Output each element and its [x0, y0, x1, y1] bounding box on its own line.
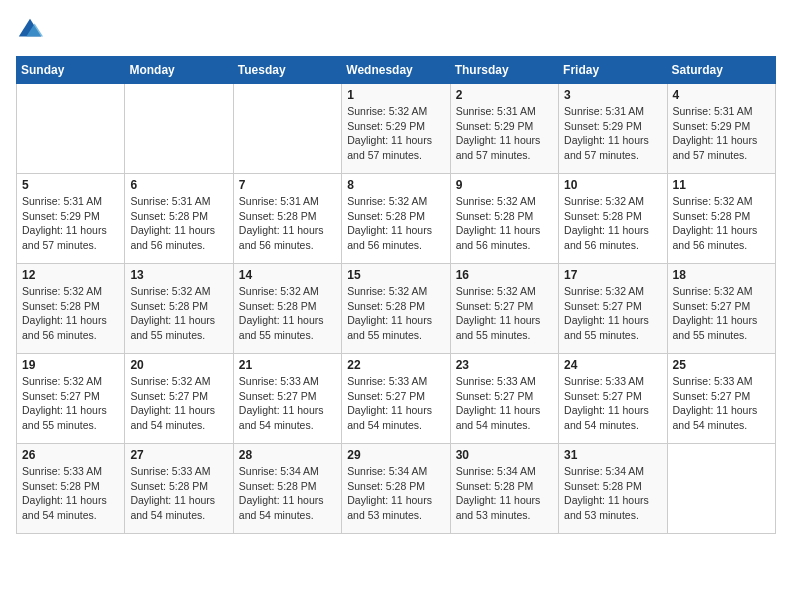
day-header-saturday: Saturday	[667, 57, 775, 84]
calendar-cell: 15Sunrise: 5:32 AM Sunset: 5:28 PM Dayli…	[342, 264, 450, 354]
day-number: 2	[456, 88, 553, 102]
calendar-cell: 29Sunrise: 5:34 AM Sunset: 5:28 PM Dayli…	[342, 444, 450, 534]
day-number: 25	[673, 358, 770, 372]
calendar-cell: 21Sunrise: 5:33 AM Sunset: 5:27 PM Dayli…	[233, 354, 341, 444]
day-header-monday: Monday	[125, 57, 233, 84]
cell-content: Sunrise: 5:31 AM Sunset: 5:29 PM Dayligh…	[456, 104, 553, 163]
day-number: 29	[347, 448, 444, 462]
calendar-cell: 8Sunrise: 5:32 AM Sunset: 5:28 PM Daylig…	[342, 174, 450, 264]
calendar-week-row: 19Sunrise: 5:32 AM Sunset: 5:27 PM Dayli…	[17, 354, 776, 444]
cell-content: Sunrise: 5:32 AM Sunset: 5:27 PM Dayligh…	[22, 374, 119, 433]
calendar-cell: 26Sunrise: 5:33 AM Sunset: 5:28 PM Dayli…	[17, 444, 125, 534]
day-number: 27	[130, 448, 227, 462]
day-header-thursday: Thursday	[450, 57, 558, 84]
cell-content: Sunrise: 5:33 AM Sunset: 5:27 PM Dayligh…	[456, 374, 553, 433]
day-number: 14	[239, 268, 336, 282]
calendar-cell: 16Sunrise: 5:32 AM Sunset: 5:27 PM Dayli…	[450, 264, 558, 354]
day-header-tuesday: Tuesday	[233, 57, 341, 84]
day-number: 31	[564, 448, 661, 462]
day-number: 18	[673, 268, 770, 282]
cell-content: Sunrise: 5:32 AM Sunset: 5:28 PM Dayligh…	[347, 194, 444, 253]
calendar-cell: 10Sunrise: 5:32 AM Sunset: 5:28 PM Dayli…	[559, 174, 667, 264]
day-number: 3	[564, 88, 661, 102]
day-number: 26	[22, 448, 119, 462]
cell-content: Sunrise: 5:34 AM Sunset: 5:28 PM Dayligh…	[564, 464, 661, 523]
day-number: 9	[456, 178, 553, 192]
cell-content: Sunrise: 5:34 AM Sunset: 5:28 PM Dayligh…	[347, 464, 444, 523]
day-number: 4	[673, 88, 770, 102]
calendar-cell: 20Sunrise: 5:32 AM Sunset: 5:27 PM Dayli…	[125, 354, 233, 444]
calendar-cell	[125, 84, 233, 174]
cell-content: Sunrise: 5:31 AM Sunset: 5:28 PM Dayligh…	[239, 194, 336, 253]
day-number: 6	[130, 178, 227, 192]
calendar-cell: 7Sunrise: 5:31 AM Sunset: 5:28 PM Daylig…	[233, 174, 341, 264]
cell-content: Sunrise: 5:32 AM Sunset: 5:28 PM Dayligh…	[22, 284, 119, 343]
day-number: 1	[347, 88, 444, 102]
day-number: 13	[130, 268, 227, 282]
day-number: 23	[456, 358, 553, 372]
day-number: 16	[456, 268, 553, 282]
day-number: 7	[239, 178, 336, 192]
cell-content: Sunrise: 5:32 AM Sunset: 5:27 PM Dayligh…	[130, 374, 227, 433]
cell-content: Sunrise: 5:32 AM Sunset: 5:28 PM Dayligh…	[456, 194, 553, 253]
calendar-cell: 24Sunrise: 5:33 AM Sunset: 5:27 PM Dayli…	[559, 354, 667, 444]
cell-content: Sunrise: 5:31 AM Sunset: 5:28 PM Dayligh…	[130, 194, 227, 253]
cell-content: Sunrise: 5:31 AM Sunset: 5:29 PM Dayligh…	[22, 194, 119, 253]
day-number: 30	[456, 448, 553, 462]
calendar-cell: 6Sunrise: 5:31 AM Sunset: 5:28 PM Daylig…	[125, 174, 233, 264]
day-number: 19	[22, 358, 119, 372]
cell-content: Sunrise: 5:33 AM Sunset: 5:27 PM Dayligh…	[673, 374, 770, 433]
calendar-cell: 13Sunrise: 5:32 AM Sunset: 5:28 PM Dayli…	[125, 264, 233, 354]
calendar-cell: 28Sunrise: 5:34 AM Sunset: 5:28 PM Dayli…	[233, 444, 341, 534]
calendar-table: SundayMondayTuesdayWednesdayThursdayFrid…	[16, 56, 776, 534]
cell-content: Sunrise: 5:32 AM Sunset: 5:28 PM Dayligh…	[239, 284, 336, 343]
day-number: 28	[239, 448, 336, 462]
day-number: 10	[564, 178, 661, 192]
cell-content: Sunrise: 5:32 AM Sunset: 5:29 PM Dayligh…	[347, 104, 444, 163]
logo	[16, 16, 48, 44]
calendar-cell: 2Sunrise: 5:31 AM Sunset: 5:29 PM Daylig…	[450, 84, 558, 174]
calendar-week-row: 12Sunrise: 5:32 AM Sunset: 5:28 PM Dayli…	[17, 264, 776, 354]
cell-content: Sunrise: 5:34 AM Sunset: 5:28 PM Dayligh…	[456, 464, 553, 523]
day-header-wednesday: Wednesday	[342, 57, 450, 84]
calendar-cell: 31Sunrise: 5:34 AM Sunset: 5:28 PM Dayli…	[559, 444, 667, 534]
logo-icon	[16, 16, 44, 44]
calendar-cell: 19Sunrise: 5:32 AM Sunset: 5:27 PM Dayli…	[17, 354, 125, 444]
day-number: 5	[22, 178, 119, 192]
calendar-header-row: SundayMondayTuesdayWednesdayThursdayFrid…	[17, 57, 776, 84]
day-number: 20	[130, 358, 227, 372]
cell-content: Sunrise: 5:32 AM Sunset: 5:28 PM Dayligh…	[564, 194, 661, 253]
cell-content: Sunrise: 5:32 AM Sunset: 5:28 PM Dayligh…	[347, 284, 444, 343]
day-header-sunday: Sunday	[17, 57, 125, 84]
calendar-cell	[667, 444, 775, 534]
calendar-cell: 23Sunrise: 5:33 AM Sunset: 5:27 PM Dayli…	[450, 354, 558, 444]
calendar-cell: 27Sunrise: 5:33 AM Sunset: 5:28 PM Dayli…	[125, 444, 233, 534]
calendar-cell: 4Sunrise: 5:31 AM Sunset: 5:29 PM Daylig…	[667, 84, 775, 174]
calendar-cell: 14Sunrise: 5:32 AM Sunset: 5:28 PM Dayli…	[233, 264, 341, 354]
day-number: 12	[22, 268, 119, 282]
calendar-cell: 22Sunrise: 5:33 AM Sunset: 5:27 PM Dayli…	[342, 354, 450, 444]
cell-content: Sunrise: 5:33 AM Sunset: 5:27 PM Dayligh…	[239, 374, 336, 433]
page-header	[16, 16, 776, 44]
cell-content: Sunrise: 5:33 AM Sunset: 5:27 PM Dayligh…	[564, 374, 661, 433]
calendar-week-row: 5Sunrise: 5:31 AM Sunset: 5:29 PM Daylig…	[17, 174, 776, 264]
cell-content: Sunrise: 5:32 AM Sunset: 5:27 PM Dayligh…	[564, 284, 661, 343]
day-number: 8	[347, 178, 444, 192]
cell-content: Sunrise: 5:32 AM Sunset: 5:27 PM Dayligh…	[456, 284, 553, 343]
calendar-cell: 11Sunrise: 5:32 AM Sunset: 5:28 PM Dayli…	[667, 174, 775, 264]
cell-content: Sunrise: 5:33 AM Sunset: 5:28 PM Dayligh…	[130, 464, 227, 523]
calendar-cell: 25Sunrise: 5:33 AM Sunset: 5:27 PM Dayli…	[667, 354, 775, 444]
calendar-cell: 5Sunrise: 5:31 AM Sunset: 5:29 PM Daylig…	[17, 174, 125, 264]
cell-content: Sunrise: 5:32 AM Sunset: 5:28 PM Dayligh…	[130, 284, 227, 343]
calendar-cell	[17, 84, 125, 174]
cell-content: Sunrise: 5:34 AM Sunset: 5:28 PM Dayligh…	[239, 464, 336, 523]
calendar-cell: 9Sunrise: 5:32 AM Sunset: 5:28 PM Daylig…	[450, 174, 558, 264]
calendar-cell: 30Sunrise: 5:34 AM Sunset: 5:28 PM Dayli…	[450, 444, 558, 534]
calendar-cell	[233, 84, 341, 174]
calendar-cell: 3Sunrise: 5:31 AM Sunset: 5:29 PM Daylig…	[559, 84, 667, 174]
day-number: 21	[239, 358, 336, 372]
cell-content: Sunrise: 5:31 AM Sunset: 5:29 PM Dayligh…	[673, 104, 770, 163]
calendar-week-row: 26Sunrise: 5:33 AM Sunset: 5:28 PM Dayli…	[17, 444, 776, 534]
day-number: 22	[347, 358, 444, 372]
cell-content: Sunrise: 5:31 AM Sunset: 5:29 PM Dayligh…	[564, 104, 661, 163]
